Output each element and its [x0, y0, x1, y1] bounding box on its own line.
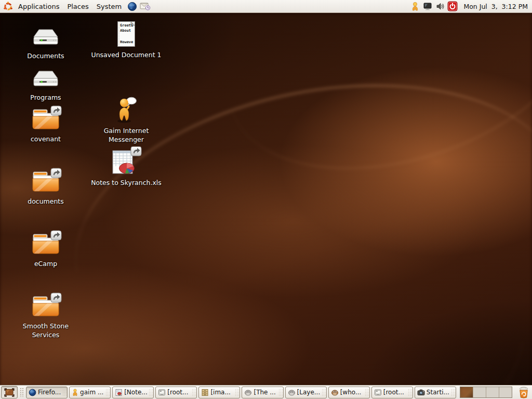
gimp-icon [288, 389, 296, 396]
trash-applet[interactable] [517, 385, 530, 399]
desktop-icon-documents[interactable]: Documents [12, 28, 79, 61]
workspace-4[interactable] [499, 387, 512, 397]
desktop-icon-covenant[interactable]: covenant [12, 105, 79, 144]
cabinet-icon [201, 389, 209, 396]
gimp-icon [244, 389, 252, 396]
spreadsheet-icon [115, 389, 123, 396]
taskbar-window-gaim[interactable]: gaim ... [69, 387, 111, 398]
menu-system[interactable]: System [93, 0, 125, 12]
show-desktop-button[interactable] [1, 386, 18, 398]
top-panel: Applications Places System [0, 0, 532, 13]
desktop-icon-label: Notes to Skyranch.xls [91, 179, 162, 188]
drive-icon [31, 70, 60, 92]
taskbar-window-label: [root... [383, 389, 404, 396]
taskbar-window-gimp-layers[interactable]: [Laye... [285, 387, 327, 398]
folder-link-icon [30, 105, 62, 134]
folder-link-icon [30, 292, 62, 321]
svg-text:About: About [120, 29, 131, 33]
drive-icon [31, 28, 60, 51]
email-clock-icon[interactable] [139, 1, 151, 12]
desktop-icon-documents-folder[interactable]: documents [12, 167, 79, 206]
workspace-2[interactable] [473, 387, 486, 397]
ubuntu-logo-icon[interactable] [2, 1, 14, 12]
workspace-1[interactable] [460, 387, 473, 397]
desktop-icon-ecamp[interactable]: eCamp [12, 230, 79, 269]
taskbar-window-gimp-1[interactable]: [The ... [242, 387, 283, 398]
desktop-icon-label: Gaim Internet Messenger [87, 127, 165, 144]
desktop-icon-label: documents [28, 197, 64, 206]
terminal-icon [158, 389, 166, 396]
gaim-person-icon [113, 96, 140, 126]
firefox-icon [29, 389, 36, 396]
svg-text:Howeve: Howeve [120, 40, 133, 44]
taskbar-window-label: Starti... [427, 389, 449, 396]
workspace-switcher [460, 387, 512, 398]
folder-link-icon [30, 230, 62, 259]
desktop-icon-label: eCamp [34, 260, 57, 269]
desktop-icon-smooth-stone[interactable]: Smooth Stone Services [12, 292, 79, 340]
taskbar-window-label: [root... [167, 389, 188, 396]
volume-icon[interactable] [435, 1, 445, 11]
menu-applications[interactable]: Applications [15, 0, 63, 12]
taskbar-window-image[interactable]: [ima... [198, 387, 240, 398]
gimp-brown-icon [331, 389, 339, 396]
text-document-icon: Greeti About Howeve [116, 21, 137, 50]
user-switcher-icon[interactable] [410, 1, 420, 11]
wallpaper-swirl [0, 102, 532, 385]
workspace-3[interactable] [486, 387, 499, 397]
desktop-icon-programs[interactable]: Programs [12, 70, 79, 102]
spreadsheet-link-icon [111, 147, 142, 178]
applet-drag-handle[interactable] [20, 388, 24, 397]
menu-places[interactable]: Places [63, 0, 92, 12]
taskbar-window-label: [who... [340, 389, 362, 396]
taskbar-window-terminal-1[interactable]: [root... [155, 387, 197, 398]
folder-link-icon [30, 167, 62, 196]
terminal-icon [374, 389, 382, 396]
system-tray [410, 1, 458, 11]
display-icon[interactable] [422, 1, 433, 11]
taskbar-window-label: [Laye... [297, 389, 321, 396]
logout-icon[interactable] [447, 1, 458, 11]
desktop-icon-gaim[interactable]: Gaim Internet Messenger [87, 96, 165, 144]
web-browser-icon[interactable] [126, 1, 138, 12]
taskbar-window-firefox[interactable]: Firefo... [26, 387, 68, 398]
taskbar-window-who[interactable]: [who... [328, 387, 370, 398]
taskbar-window-notes-xls[interactable]: [Note... [112, 387, 154, 398]
taskbar-window-screenshot[interactable]: Starti... [415, 387, 456, 398]
taskbar-window-terminal-2[interactable]: [root... [371, 387, 413, 398]
desktop-icon-label: Smooth Stone Services [12, 322, 79, 340]
show-desktop-icon [4, 388, 15, 397]
taskbar-window-label: [Note... [124, 389, 148, 396]
taskbar-window-label: Firefo... [38, 389, 61, 396]
desktop-icon-notes-skyranch[interactable]: Notes to Skyranch.xls [87, 147, 165, 188]
gaim-icon [72, 389, 78, 396]
wallpaper-swirl [200, 12, 532, 210]
desktop-icon-label: Unsaved Document 1 [91, 51, 162, 60]
clock-applet[interactable]: Mon Jul 3, 3:12 PM [461, 3, 530, 10]
camera-icon [417, 389, 425, 396]
desktop-icon-label: Documents [27, 52, 64, 61]
svg-text:Greeti: Greeti [120, 23, 133, 28]
desktop-icon-label: Programs [30, 94, 61, 102]
trash-icon [518, 386, 529, 398]
desktop-icon-label: covenant [31, 135, 61, 144]
bottom-panel: Firefo... gaim ... [Note... [root... [0, 385, 532, 399]
taskbar-window-label: gaim ... [80, 389, 103, 396]
desktop-wallpaper: Documents Greeti About Howeve Unsaved Do… [0, 12, 532, 385]
desktop-icon-unsaved-document[interactable]: Greeti About Howeve Unsaved Document 1 [87, 21, 165, 60]
window-list: Firefo... gaim ... [Note... [root... [26, 385, 456, 399]
taskbar-window-label: [The ... [254, 389, 275, 396]
taskbar-window-label: [ima... [210, 389, 231, 396]
